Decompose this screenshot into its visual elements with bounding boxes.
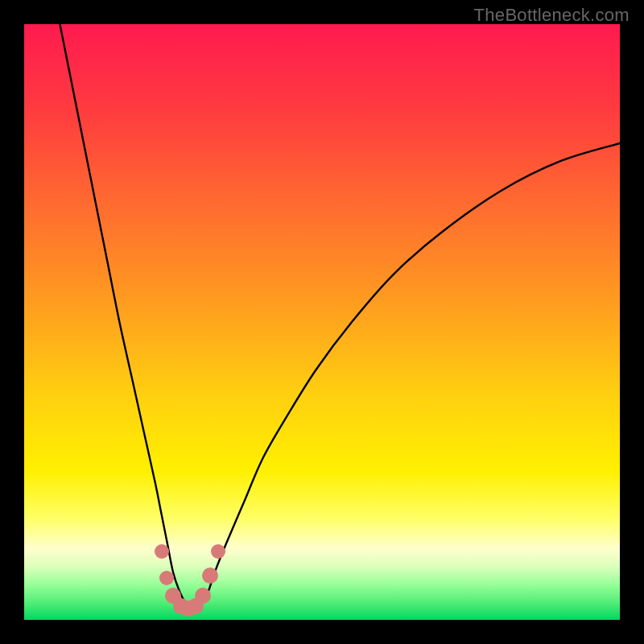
curve-marker [195, 588, 211, 604]
gradient-and-curve-svg [24, 24, 620, 620]
curve-marker [211, 544, 225, 559]
plot-area [24, 24, 620, 620]
watermark-label: TheBottleneck.com [474, 5, 630, 26]
curve-marker [155, 544, 169, 559]
curve-marker [159, 571, 174, 585]
gradient-background [24, 24, 620, 620]
chart-frame: TheBottleneck.com [0, 0, 644, 644]
curve-marker [202, 568, 218, 584]
